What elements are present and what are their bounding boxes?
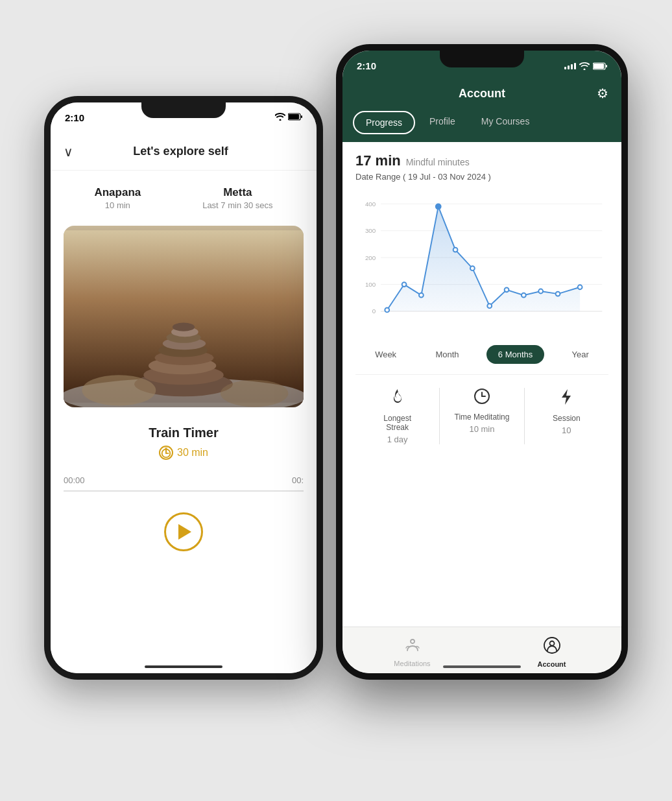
svg-point-38 bbox=[436, 204, 441, 209]
account-title: Account bbox=[459, 87, 505, 101]
session-value: 10 bbox=[562, 425, 571, 435]
progress-section: 00:00 00: bbox=[51, 465, 317, 502]
flame-icon bbox=[390, 388, 405, 410]
minutes-header: 17 min Mindful minutes bbox=[355, 152, 608, 169]
signal-icon bbox=[564, 63, 576, 69]
svg-point-13 bbox=[173, 322, 195, 331]
time-meditating-value: 10 min bbox=[469, 424, 494, 434]
time-filter: Week Month 6 Months Year bbox=[355, 340, 608, 375]
svg-text:0: 0 bbox=[372, 307, 376, 314]
svg-rect-1 bbox=[289, 114, 299, 119]
svg-rect-2 bbox=[301, 115, 302, 118]
card-subtitle-metta: Last 7 min 30 secs bbox=[202, 200, 272, 210]
main-content-right: 17 min Mindful minutes Date Range ( 19 J… bbox=[342, 142, 621, 462]
tab-profile[interactable]: Profile bbox=[418, 111, 467, 134]
svg-point-46 bbox=[578, 285, 582, 289]
lightning-icon bbox=[559, 388, 573, 410]
streak-label: LongestStreak bbox=[383, 414, 411, 432]
gear-icon-button[interactable]: ⚙ bbox=[597, 86, 608, 101]
stat-session: Session 10 bbox=[525, 388, 608, 444]
svg-text:400: 400 bbox=[365, 200, 376, 208]
status-time-left: 2:10 bbox=[65, 112, 84, 123]
minutes-label: Mindful minutes bbox=[406, 157, 470, 167]
screen-title-left: Let's explore self bbox=[73, 145, 288, 158]
svg-point-44 bbox=[538, 289, 543, 293]
home-indicator-right bbox=[443, 665, 521, 668]
svg-point-43 bbox=[522, 293, 526, 297]
svg-point-35 bbox=[385, 307, 389, 312]
train-timer-section: Train Timer 30 min bbox=[51, 418, 317, 465]
home-indicator-left bbox=[145, 665, 222, 668]
timer-amount: 30 min bbox=[51, 446, 317, 460]
filter-year[interactable]: Year bbox=[560, 345, 601, 364]
chevron-button[interactable]: ∨ bbox=[64, 144, 73, 160]
meditations-nav-icon bbox=[405, 638, 420, 657]
progress-timestamps: 00:00 00: bbox=[64, 475, 304, 485]
tab-progress[interactable]: Progress bbox=[353, 111, 415, 134]
progress-end: 00: bbox=[292, 475, 304, 485]
svg-point-14 bbox=[82, 375, 156, 405]
time-meditating-label: Time Meditating bbox=[455, 412, 510, 422]
chart-container: 400 300 200 100 0 bbox=[355, 189, 608, 332]
status-time-right: 2:10 bbox=[357, 60, 376, 71]
screen-left: ∨ Let's explore self Anapana 10 min Mett… bbox=[51, 134, 317, 673]
play-icon bbox=[178, 524, 191, 540]
stone-image bbox=[64, 226, 304, 407]
account-nav-label: Account bbox=[538, 660, 566, 668]
tab-my-courses[interactable]: My Courses bbox=[470, 111, 542, 134]
svg-marker-34 bbox=[387, 206, 580, 311]
svg-point-37 bbox=[419, 293, 424, 297]
meditations-nav-label: Meditations bbox=[394, 660, 430, 667]
stats-row: LongestStreak 1 day Time Meditating 10 m… bbox=[355, 383, 608, 452]
battery-icon-right bbox=[593, 62, 607, 70]
filter-6months[interactable]: 6 Months bbox=[486, 345, 544, 364]
svg-rect-23 bbox=[606, 65, 607, 67]
svg-point-41 bbox=[487, 304, 492, 308]
card-subtitle-anapana: 10 min bbox=[94, 200, 141, 210]
svg-point-52 bbox=[549, 641, 554, 646]
svg-point-50 bbox=[411, 640, 414, 643]
play-section bbox=[51, 502, 317, 564]
svg-point-45 bbox=[556, 291, 560, 296]
svg-point-15 bbox=[221, 379, 288, 407]
meditation-card-metta[interactable]: Metta Last 7 min 30 secs bbox=[202, 186, 272, 210]
meditation-card-anapana[interactable]: Anapana 10 min bbox=[94, 186, 141, 210]
header-bar-left: ∨ Let's explore self bbox=[51, 134, 317, 171]
progress-start: 00:00 bbox=[64, 475, 85, 485]
svg-text:200: 200 bbox=[365, 254, 376, 261]
nav-meditations[interactable]: Meditations bbox=[342, 632, 482, 667]
svg-text:300: 300 bbox=[365, 227, 376, 234]
status-bar-left: 2:10 bbox=[51, 102, 317, 134]
timer-duration: 30 min bbox=[177, 447, 208, 459]
account-nav-icon bbox=[544, 637, 560, 658]
battery-icon-left bbox=[288, 113, 302, 123]
svg-point-36 bbox=[402, 282, 407, 287]
svg-point-39 bbox=[453, 247, 458, 252]
stat-longest-streak: LongestStreak 1 day bbox=[355, 388, 440, 444]
stat-time-meditating: Time Meditating 10 min bbox=[440, 388, 524, 444]
status-bar-right: 2:10 bbox=[342, 51, 621, 82]
status-icons-left bbox=[275, 113, 302, 123]
wifi-icon-right bbox=[579, 62, 590, 70]
svg-rect-22 bbox=[594, 64, 604, 69]
phone-left: 2:10 ∨ Let's explore self Anapana bbox=[44, 96, 323, 680]
svg-point-40 bbox=[470, 266, 475, 270]
streak-value: 1 day bbox=[387, 435, 408, 444]
card-title-metta: Metta bbox=[202, 186, 272, 199]
card-title-anapana: Anapana bbox=[94, 186, 141, 199]
tab-bar: Progress Profile My Courses bbox=[342, 111, 621, 142]
status-icons-right bbox=[564, 62, 607, 70]
minutes-value: 17 min bbox=[355, 152, 401, 169]
meditation-cards: Anapana 10 min Metta Last 7 min 30 secs bbox=[51, 171, 317, 221]
date-range: Date Range ( 19 Jul - 03 Nov 2024 ) bbox=[355, 172, 608, 182]
clock-icon bbox=[474, 388, 490, 409]
svg-point-42 bbox=[505, 287, 509, 292]
progress-line bbox=[64, 490, 304, 492]
train-timer-title: Train Timer bbox=[51, 425, 317, 440]
play-button[interactable] bbox=[164, 512, 203, 551]
filter-month[interactable]: Month bbox=[424, 345, 470, 364]
filter-week[interactable]: Week bbox=[363, 345, 408, 364]
account-header: Account ⚙ bbox=[342, 82, 621, 111]
nav-account[interactable]: Account bbox=[482, 632, 621, 668]
phone-right: 2:10 bbox=[336, 44, 628, 680]
